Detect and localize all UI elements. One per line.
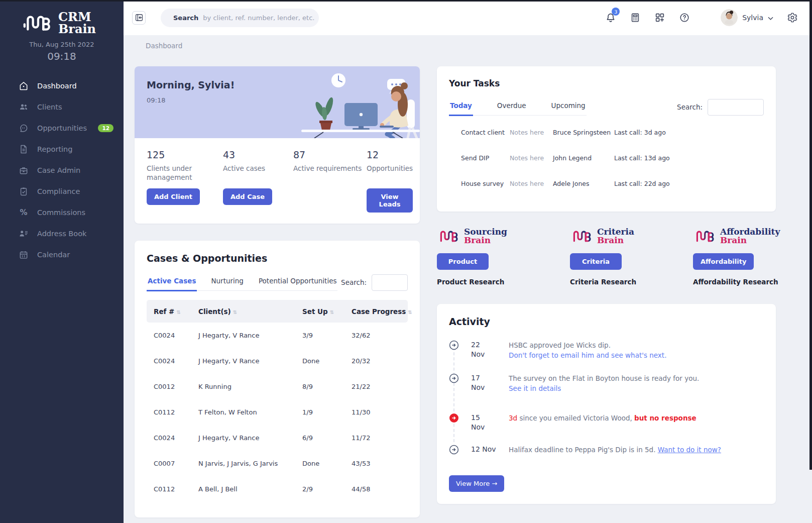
- breadcrumb-bar: Dashboard: [124, 35, 812, 56]
- brain-caption: Affordability Research: [693, 278, 780, 286]
- global-search-input[interactable]: Search by client, ref. number, lender, e…: [161, 9, 319, 27]
- user-name: Sylvia: [742, 14, 763, 22]
- stat-label: Clients under management: [147, 164, 223, 182]
- tab-nurturing[interactable]: Nurturing: [210, 274, 244, 291]
- sidebar-item-dashboard[interactable]: Dashboard: [0, 75, 124, 96]
- user-menu[interactable]: Sylvia: [721, 9, 773, 26]
- sidebar-collapse-button[interactable]: [132, 11, 146, 25]
- sort-icon: ⇅: [176, 309, 180, 315]
- cases-title: Cases & Opportunities: [147, 253, 408, 264]
- tab-potential-opportunities[interactable]: Potential Opportunities: [258, 274, 338, 291]
- sidebar-item-address-book[interactable]: Address Book: [0, 223, 124, 244]
- tab-active-cases[interactable]: Active Cases: [147, 274, 197, 291]
- apps-grid-icon: [654, 12, 665, 23]
- list-item[interactable]: House surveyNotes hereAdele JonesLast ca…: [449, 171, 764, 196]
- tasks-search-input[interactable]: [708, 99, 764, 116]
- criteria-button[interactable]: Criteria: [570, 253, 622, 270]
- table-row[interactable]: C0024J Hegarty, V Rance6/911/72: [147, 425, 408, 451]
- sidebar-item-calendar[interactable]: Calendar: [0, 244, 124, 265]
- gear-icon: [787, 12, 798, 23]
- table-row[interactable]: C0112T Felton, W Felton1/911/30: [147, 399, 408, 425]
- sidebar-item-clients[interactable]: Clients: [0, 96, 124, 118]
- tab-overdue[interactable]: Overdue: [496, 98, 527, 116]
- calculator-button[interactable]: [629, 11, 642, 24]
- tab-upcoming[interactable]: Upcoming: [550, 98, 587, 116]
- activity-link[interactable]: Don't forget to email him and see what's…: [509, 351, 666, 359]
- list-item[interactable]: Send DIPNotes hereJohn LegendLast call: …: [449, 145, 764, 171]
- notifications-button[interactable]: 3: [604, 11, 617, 24]
- table-row[interactable]: C0024J Hegarty, V Rance3/932/62: [147, 323, 408, 348]
- column-header-setup[interactable]: Set Up⇅: [302, 307, 352, 316]
- activity-link[interactable]: Want to do it now?: [658, 446, 721, 454]
- app-logo: CRM Brain: [0, 0, 124, 37]
- desk-illustration: [294, 66, 420, 138]
- stat-active-cases: 43 Active cases Add Case: [223, 149, 293, 213]
- tasks-title: Your Tasks: [449, 78, 764, 88]
- percent-icon: %: [18, 207, 29, 218]
- settings-button[interactable]: [786, 11, 799, 24]
- search-placeholder-rest: by client, ref. number, lender, etc.: [203, 14, 314, 22]
- welcome-card: Morning, Sylvia! 09:18: [135, 66, 420, 224]
- activity-date: 12 Nov: [471, 445, 509, 455]
- address-book-icon: [18, 228, 29, 239]
- tab-today[interactable]: Today: [449, 98, 473, 116]
- table-row[interactable]: C0007N Jarvis, J Jarvis, G JarvisDone43/…: [147, 451, 408, 476]
- activity-date: 17Nov: [471, 373, 509, 394]
- column-header-ref[interactable]: Ref #⇅: [154, 307, 198, 316]
- list-item[interactable]: Contact clientNotes hereBruce Springstee…: [449, 120, 764, 145]
- stat-active-requirements: 87 Active requirements: [293, 149, 367, 213]
- sidebar-item-reporting[interactable]: Reporting: [0, 139, 124, 160]
- notification-count-badge: 3: [612, 8, 620, 16]
- table-row[interactable]: C0024J Hegarty, V RanceDone20/32: [147, 348, 408, 374]
- briefcase-icon: [18, 165, 29, 176]
- window-scrollbar-edge: [809, 0, 812, 470]
- tasks-list: Contact clientNotes hereBruce Springstee…: [449, 120, 764, 196]
- activity-link[interactable]: See it in details: [509, 384, 561, 392]
- column-header-clients[interactable]: Client(s)⇅: [198, 307, 302, 316]
- avatar: [721, 9, 738, 26]
- sidebar-nav: Dashboard Clients Opportunities 12 Repor…: [0, 75, 124, 265]
- affordability-brain-logo: AffordabilityBrain: [693, 228, 780, 245]
- sidebar-item-label: Compliance: [37, 187, 80, 195]
- sidebar-clock: 09:18: [0, 50, 124, 62]
- sort-icon: ⇅: [408, 309, 412, 315]
- timeline-arrow-icon: [449, 445, 459, 455]
- mb-squiggle-icon: [437, 228, 460, 244]
- brain-tools-row: SourcingBrain Product Product Research C…: [437, 228, 776, 286]
- activity-date: 15Nov: [471, 413, 509, 432]
- sidebar-item-compliance[interactable]: Compliance: [0, 181, 124, 202]
- activity-item: 12 Nov Halifax deadline to Peppa Pig's D…: [449, 445, 764, 455]
- chat-bubble-icon: [18, 123, 29, 134]
- sidebar-item-label: Clients: [37, 103, 62, 111]
- view-leads-button[interactable]: View Leads: [367, 188, 413, 213]
- search-placeholder-bold: Search: [173, 14, 198, 22]
- tasks-search-label: Search:: [677, 103, 703, 111]
- logo-text-line2: Brain: [58, 23, 96, 35]
- sidebar: CRM Brain Thu, Aug 25th 2022 09:18 Dashb…: [0, 0, 124, 523]
- mb-squiggle-icon: [693, 228, 716, 244]
- activity-item: 22Nov HSBC approved Joe Wicks dip. Don't…: [449, 340, 764, 361]
- cases-search-input[interactable]: [372, 274, 408, 291]
- help-button[interactable]: [678, 11, 691, 24]
- activity-text: The survey on the Flat in Boyton house i…: [509, 373, 764, 383]
- brain-caption: Criteria Research: [570, 278, 693, 286]
- opportunities-count-badge: 12: [98, 124, 113, 132]
- add-client-button[interactable]: Add Client: [147, 188, 200, 205]
- chevron-down-icon: [768, 13, 773, 23]
- product-button[interactable]: Product: [437, 253, 489, 270]
- sidebar-item-case-admin[interactable]: Case Admin: [0, 160, 124, 181]
- activity-item-alert: 15Nov 3d since you emailed Victoria Wood…: [449, 413, 764, 432]
- sidebar-item-commissions[interactable]: % Commissions: [0, 202, 124, 223]
- sidebar-item-opportunities[interactable]: Opportunities 12: [0, 118, 124, 139]
- apps-button[interactable]: [653, 11, 666, 24]
- mb-squiggle-icon: [570, 228, 593, 244]
- cases-search-label: Search:: [341, 278, 367, 286]
- stat-label: Active cases: [223, 164, 293, 182]
- table-row[interactable]: C0112A Bell, J Bell2/944/58: [147, 476, 408, 502]
- view-more-button[interactable]: View More→: [449, 475, 504, 492]
- column-header-progress[interactable]: Case Progress⇅: [352, 307, 412, 316]
- add-case-button[interactable]: Add Case: [223, 188, 272, 205]
- table-row[interactable]: C0012K Running8/921/22: [147, 374, 408, 399]
- affordability-button[interactable]: Affordability: [693, 253, 754, 270]
- sidebar-item-label: Opportunities: [37, 124, 87, 132]
